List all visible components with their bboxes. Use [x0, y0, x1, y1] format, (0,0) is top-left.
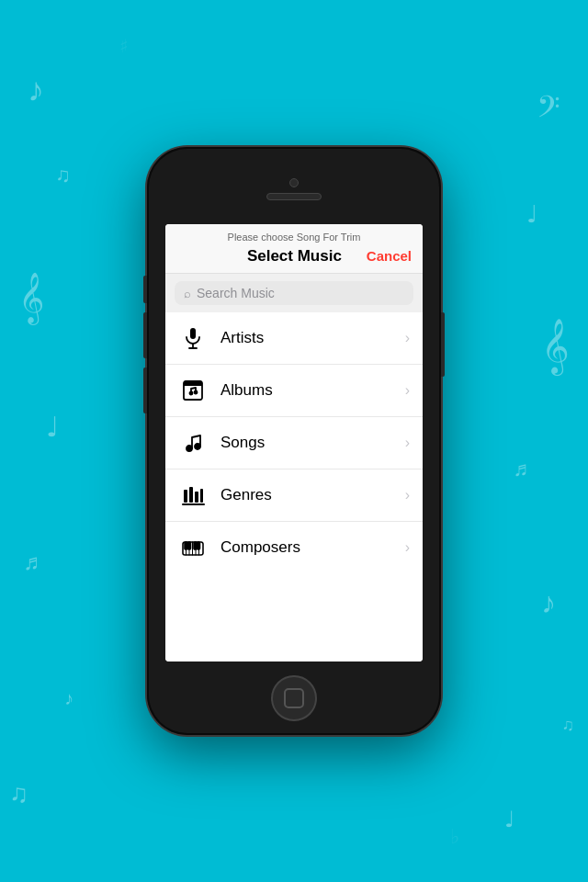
camera: [289, 178, 299, 187]
phone-device: Please choose Song For Trim Select Music…: [147, 147, 441, 735]
speaker: [266, 193, 322, 200]
volume-up-button: [143, 312, 147, 358]
svg-point-7: [195, 391, 198, 394]
phone-bottom: [147, 662, 441, 735]
svg-rect-23: [194, 542, 197, 549]
composers-label: Composers: [220, 538, 392, 557]
genres-label: Genres: [220, 486, 392, 504]
svg-rect-21: [185, 542, 187, 549]
home-button[interactable]: [271, 675, 317, 721]
svg-rect-10: [184, 490, 187, 503]
genres-icon: [178, 481, 208, 510]
piano-icon: [178, 533, 208, 562]
genres-chevron: ›: [405, 487, 410, 503]
svg-rect-13: [200, 489, 203, 503]
menu-item-genres[interactable]: Genres ›: [165, 469, 423, 522]
menu-item-songs[interactable]: Songs ›: [165, 417, 423, 469]
cancel-button[interactable]: Cancel: [367, 246, 412, 266]
menu-item-artists[interactable]: Artists ›: [165, 312, 423, 365]
album-icon: [178, 376, 208, 405]
composers-chevron: ›: [405, 539, 410, 556]
nav-subtitle: Please choose Song For Trim: [176, 232, 412, 243]
search-bar-container: ⌕ Search Music: [165, 274, 423, 312]
albums-chevron: ›: [405, 382, 410, 399]
nav-title: Select Music: [222, 247, 367, 266]
albums-label: Albums: [220, 381, 392, 400]
power-button: [441, 312, 445, 377]
svg-point-9: [195, 444, 200, 449]
artists-label: Artists: [220, 329, 392, 347]
songs-chevron: ›: [405, 435, 410, 451]
search-input-wrap[interactable]: ⌕ Search Music: [175, 281, 413, 305]
note-icon: [178, 428, 208, 458]
svg-rect-12: [195, 492, 198, 503]
volume-down-button: [143, 368, 147, 413]
svg-rect-5: [184, 381, 202, 386]
search-placeholder: Search Music: [197, 286, 275, 300]
phone-top: [147, 147, 441, 220]
phone-screen: Please choose Song For Trim Select Music…: [165, 224, 423, 662]
menu-item-albums[interactable]: Albums ›: [165, 365, 423, 417]
artists-chevron: ›: [405, 330, 410, 346]
search-icon: ⌕: [184, 287, 191, 300]
svg-rect-0: [190, 328, 196, 339]
menu-list: Artists › Albums ›: [165, 312, 423, 662]
nav-header: Please choose Song For Trim Select Music…: [165, 224, 423, 274]
svg-point-6: [190, 392, 193, 395]
mute-button: [143, 276, 147, 303]
svg-rect-22: [188, 542, 191, 549]
menu-item-composers[interactable]: Composers ›: [165, 522, 423, 573]
svg-rect-24: [198, 542, 200, 549]
svg-rect-11: [189, 487, 193, 503]
microphone-icon: [178, 323, 208, 353]
songs-label: Songs: [220, 434, 392, 452]
svg-point-8: [187, 446, 192, 451]
home-button-inner: [284, 688, 304, 708]
